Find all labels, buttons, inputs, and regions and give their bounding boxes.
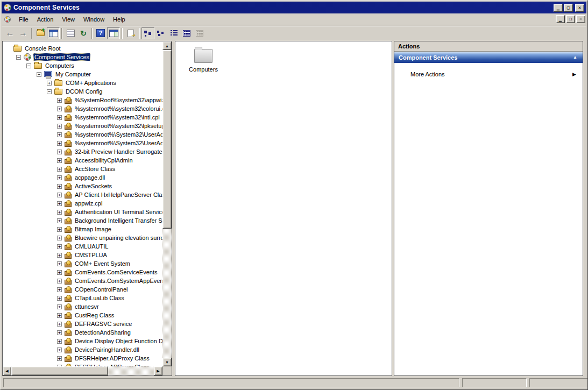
tree-row[interactable]: +%systemroot%\system32\intl.cpl [3,113,162,122]
forward-button[interactable]: → [17,27,30,39]
tree-expander[interactable]: + [57,193,62,197]
show-hide-action-pane-button[interactable] [107,27,120,39]
tree-expander[interactable]: + [57,107,62,111]
tree-row[interactable]: +32-bit Preview Handler Surrogate Ho [3,147,162,156]
tree-row[interactable]: +%systemroot%\System32\UserAcco [3,130,162,139]
tree-expander[interactable]: − [47,89,52,94]
tree-row[interactable]: +ActiveSockets [3,182,162,190]
tree-expander[interactable]: + [57,322,62,327]
tree-vertical-scrollbar[interactable]: ▲ ▼ [162,41,172,366]
menu-file[interactable]: File [15,15,33,24]
tree-expander[interactable]: + [57,167,62,172]
tree-row[interactable]: +DetectionAndSharing [3,328,162,337]
tree-expander[interactable]: + [57,124,62,129]
tree-row[interactable]: +Console Root [3,44,162,53]
tree-row[interactable]: +AccessibilityCplAdmin [3,156,162,165]
tree-row[interactable]: +CustReg Class [3,311,162,320]
tree-expander[interactable]: − [16,55,21,60]
tree-expander[interactable]: + [57,270,62,275]
vertical-scroll-thumb[interactable] [162,50,172,229]
scroll-down-button[interactable]: ▼ [162,358,172,366]
horizontal-scroll-thumb[interactable] [11,366,108,375]
show-hide-console-tree-button[interactable] [47,27,60,39]
tree-expander[interactable]: + [57,279,62,283]
tree-expander[interactable]: + [57,287,62,292]
menu-action[interactable]: Action [33,15,58,24]
close-button[interactable]: ✕ [575,4,584,12]
tree-row[interactable]: +Authentication UI Terminal Services E [3,208,162,216]
tree-row[interactable]: +Bluewire unpairing elevation surrogat [3,233,162,242]
tree-expander[interactable]: + [57,296,62,301]
more-actions-item[interactable]: More Actions ▶ [394,69,583,79]
tree-row[interactable]: −DCOM Config [3,87,162,96]
minimize-button[interactable]: ▁ [554,4,563,12]
tree-expander[interactable]: + [57,115,62,120]
tree-row[interactable]: −My Computer [3,70,162,79]
menu-window[interactable]: Window [79,15,109,24]
tree-expander[interactable]: + [57,304,62,309]
tree-expander[interactable]: + [57,313,62,318]
tree-expander[interactable]: + [57,141,62,146]
tree-expander[interactable]: + [57,150,62,154]
tree-expander[interactable]: + [57,218,62,223]
maximize-button[interactable]: ▢ [564,4,573,12]
tree-row[interactable]: +AccStore Class [3,165,162,173]
tree-expander[interactable]: + [57,348,62,352]
tree-expander[interactable]: + [57,356,62,361]
collapse-section-icon[interactable]: ▲ [573,55,577,60]
tree-row[interactable]: +DEFRAGSVC service [3,320,162,328]
tree-expander[interactable]: + [57,210,62,215]
tree-row[interactable]: +COM+ Applications [3,79,162,87]
tree-row[interactable]: +DFSRHelper.ADProxy Class [3,363,162,366]
tree-row[interactable]: +cttunesvr [3,302,162,311]
menu-view[interactable]: View [58,15,79,24]
view-large-icons-button[interactable] [141,27,154,39]
tree-row[interactable]: +CTapiLuaLib Class [3,294,162,302]
tree-row[interactable]: +%systemroot%\system32\lpksetup.e [3,122,162,130]
tree-row[interactable]: +ComEvents.ComSystemAppEventDat [3,276,162,285]
tree-row[interactable]: +appwiz.cpl [3,199,162,208]
console-icon[interactable] [4,16,11,23]
properties-button[interactable] [64,27,77,39]
tree-row[interactable]: +CMLUAUTIL [3,242,162,251]
scroll-right-button[interactable]: ▶ [154,366,162,375]
tree-row[interactable]: +Bitmap Image [3,225,162,233]
tree-row[interactable]: +COpenControlPanel [3,285,162,294]
tree-expander[interactable]: + [57,132,62,137]
tree-row[interactable]: +CMSTPLUA [3,251,162,259]
tree-horizontal-scrollbar[interactable]: ◀ ▶ [3,366,162,375]
tree-row[interactable]: +%systemroot%\system32\colorui.dll [3,104,162,113]
tree-expander[interactable]: + [57,244,62,249]
up-one-level-button[interactable] [34,27,47,39]
menu-help[interactable]: Help [109,15,130,24]
tree-row[interactable]: +DFSRHelper.ADProxy Class [3,354,162,363]
tree-row[interactable]: +acppage.dll [3,173,162,182]
tree-row[interactable]: +%SystemRoot%\system32\appwiz.c [3,96,162,104]
tree-expander[interactable]: + [57,227,62,232]
tree-expander[interactable]: + [57,184,62,189]
tree-expander[interactable]: + [57,175,62,180]
tree-row[interactable]: +DevicePairingHandler.dll [3,345,162,354]
tree-expander[interactable]: + [57,158,62,163]
export-list-button[interactable] [124,27,137,39]
scroll-up-button[interactable]: ▲ [162,41,172,50]
tree-expander[interactable]: + [57,261,62,266]
tree-row[interactable]: −Component Services [3,53,162,61]
tree-row[interactable]: +COM+ Event System [3,259,162,268]
tree-expander[interactable]: + [47,81,52,86]
tree-row[interactable]: +%systemroot%\System32\UserAcco [3,139,162,147]
tree-row[interactable]: +ComEvents.ComServiceEvents [3,268,162,276]
title-bar[interactable]: Component Services ▁ ▢ ✕ [2,2,586,13]
view-details-button[interactable] [180,27,193,39]
tree-expander[interactable]: + [57,201,62,206]
tree-expander[interactable]: + [57,253,62,258]
help-button[interactable]: ? [94,27,107,39]
tree-row[interactable]: +Background Intelligent Transfer Serv [3,216,162,225]
tree-row[interactable]: +AP Client HxHelpPaneServer Class [3,190,162,199]
view-small-icons-button[interactable] [154,27,167,39]
tree-expander[interactable]: + [57,330,62,335]
tree-row[interactable]: −Computers [3,61,162,70]
list-item[interactable]: Computers [183,46,224,73]
tree-row[interactable]: +Device Display Object Function Disco [3,337,162,345]
scroll-left-button[interactable]: ◀ [3,366,11,375]
